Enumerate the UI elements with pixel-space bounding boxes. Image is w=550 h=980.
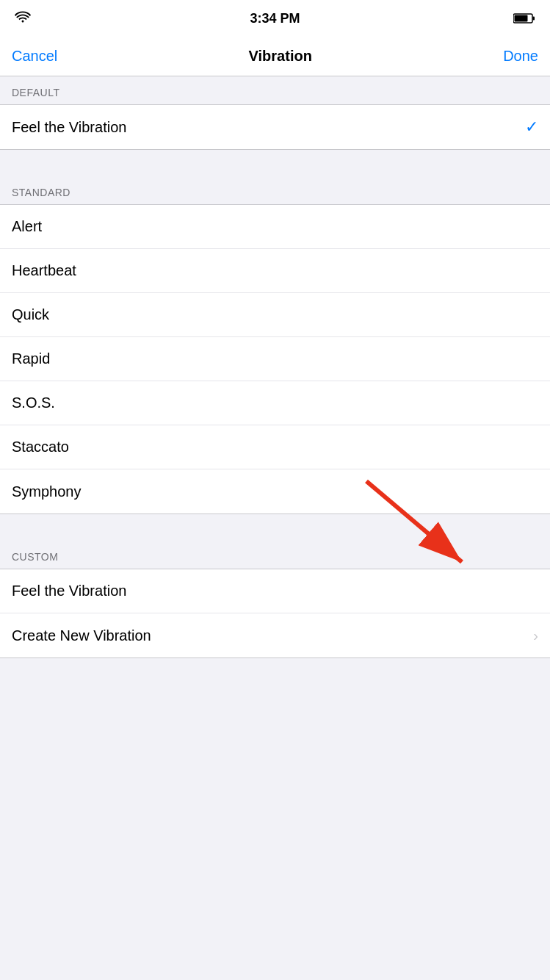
status-time: 3:34 PM <box>250 11 300 26</box>
nav-bar: Cancel Vibration Done <box>0 37 550 76</box>
wifi-icon <box>15 11 31 26</box>
list-item-heartbeat[interactable]: Heartbeat <box>0 249 550 293</box>
custom-section-header: CUSTOM <box>0 541 550 569</box>
default-section-header: DEFAULT <box>0 76 550 104</box>
standard-section-header: STANDARD <box>0 176 550 204</box>
create-new-vibration-label: Create New Vibration <box>12 627 151 644</box>
list-item-quick[interactable]: Quick <box>0 293 550 337</box>
staccato-label: Staccato <box>12 439 69 455</box>
heartbeat-label: Heartbeat <box>12 262 76 279</box>
feel-the-vibration-custom-label: Feel the Vibration <box>12 583 126 599</box>
list-item-feel-the-vibration-custom[interactable]: Feel the Vibration <box>0 569 550 613</box>
checkmark-icon: ✓ <box>525 118 538 137</box>
status-bar: 3:34 PM <box>0 0 550 37</box>
quick-label: Quick <box>12 306 49 323</box>
list-item-alert[interactable]: Alert <box>0 205 550 249</box>
battery-icon <box>513 12 535 24</box>
alert-label: Alert <box>12 218 42 235</box>
standard-list: Alert Heartbeat Quick Rapid S.O.S. Stacc… <box>0 204 550 514</box>
custom-list: Feel the Vibration Create New Vibration … <box>0 569 550 658</box>
symphony-label: Symphony <box>12 483 82 500</box>
status-left <box>15 11 31 26</box>
cancel-button[interactable]: Cancel <box>12 48 57 65</box>
default-list: Feel the Vibration ✓ <box>0 104 550 150</box>
rapid-label: Rapid <box>12 350 50 367</box>
list-item-symphony[interactable]: Symphony <box>0 469 550 514</box>
nav-title: Vibration <box>249 48 312 65</box>
list-item-create-new-vibration[interactable]: Create New Vibration › <box>0 613 550 657</box>
chevron-right-icon: › <box>533 627 538 644</box>
done-button[interactable]: Done <box>503 48 538 65</box>
list-item-rapid[interactable]: Rapid <box>0 337 550 381</box>
list-item-sos[interactable]: S.O.S. <box>0 381 550 425</box>
status-right <box>513 12 535 24</box>
list-item-feel-the-vibration-default[interactable]: Feel the Vibration ✓ <box>0 105 550 149</box>
spacer-default-standard <box>0 150 550 176</box>
svg-rect-1 <box>533 17 535 21</box>
svg-rect-2 <box>515 15 528 22</box>
spacer-standard-custom <box>0 514 550 541</box>
sos-label: S.O.S. <box>12 394 55 411</box>
list-item-staccato[interactable]: Staccato <box>0 425 550 469</box>
feel-the-vibration-default-label: Feel the Vibration <box>12 119 126 136</box>
